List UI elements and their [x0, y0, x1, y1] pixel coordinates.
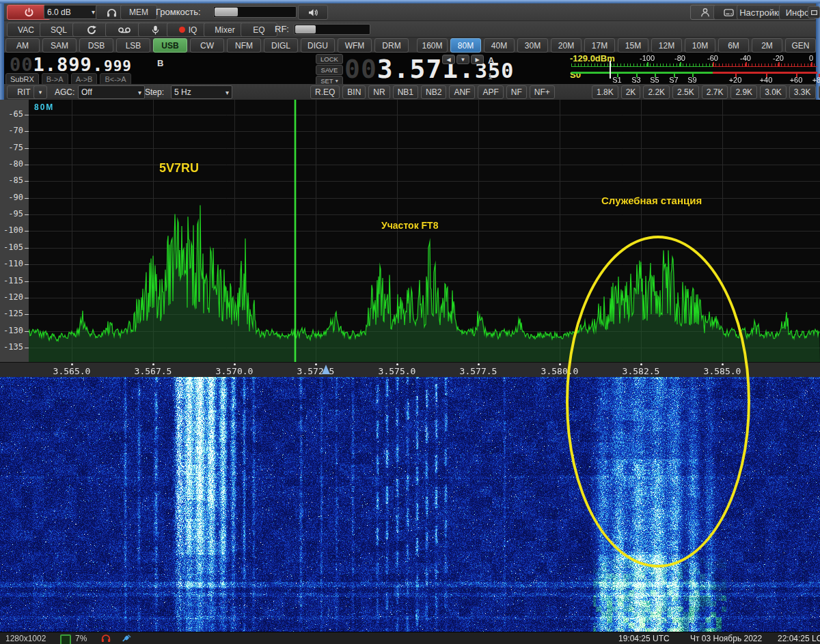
mode-button-digu[interactable]: DIGU: [301, 38, 335, 53]
band-button-6m[interactable]: 6M: [718, 38, 749, 53]
band-button-15m[interactable]: 15M: [618, 38, 648, 53]
settings-label: Настройки: [739, 8, 783, 18]
frequency-axis-dot: [152, 363, 154, 365]
chevron-down-icon: ▾: [86, 8, 95, 16]
filter-button-1-8k[interactable]: 1.8K: [592, 85, 618, 99]
band-button-80m[interactable]: 80M: [450, 38, 481, 53]
mode-button-lsb[interactable]: LSB: [116, 38, 150, 53]
filter-button-2k[interactable]: 2K: [621, 85, 641, 99]
headphones-icon: [107, 8, 117, 17]
filter-button-3-0k[interactable]: 3.0K: [760, 85, 787, 99]
a-b-swap-label: B<->A: [105, 75, 126, 83]
dsp-button-nb1[interactable]: NB1: [393, 85, 418, 99]
mode-button-usb[interactable]: USB: [153, 38, 187, 53]
db-scale-label: -105: [3, 242, 23, 252]
filter-button-3-3k[interactable]: 3.3K: [789, 85, 816, 99]
chevron-down-icon: ▾: [39, 89, 42, 96]
step-select[interactable]: 5 Hz▾: [171, 85, 232, 99]
dsp-button-anf[interactable]: ANF: [449, 85, 475, 99]
db-scale-label: -115: [3, 276, 23, 285]
lock-button[interactable]: LOCK: [316, 54, 343, 64]
waterfall-display[interactable]: [0, 377, 820, 632]
frequency-axis-label: 3.585.0: [704, 366, 741, 376]
vfo-a-label: A: [488, 55, 494, 66]
db-scale-label: -120: [3, 292, 23, 302]
filter-button-2-7k[interactable]: 2.7K: [702, 85, 728, 99]
band-button-12m[interactable]: 12M: [651, 38, 682, 53]
mode-button-wfm[interactable]: WFM: [338, 38, 372, 53]
arrow-left-icon: ◀: [446, 57, 450, 63]
step-right-button[interactable]: ▶: [471, 55, 484, 64]
dsp-button-nr[interactable]: NR: [368, 85, 390, 99]
tuning-marker-icon[interactable]: [322, 365, 330, 374]
dsp-button-nf-[interactable]: NF+: [530, 85, 555, 99]
rit-dropdown-button[interactable]: ▾: [33, 85, 47, 99]
frequency-axis-dot: [559, 363, 561, 365]
db-scale-label: -110: [3, 259, 23, 268]
mem-button[interactable]: MEM: [120, 5, 157, 20]
rf-slider[interactable]: [294, 24, 370, 35]
band-button-40m[interactable]: 40M: [484, 38, 515, 53]
eq-button[interactable]: EQ: [241, 23, 277, 37]
filter-button-2-2k[interactable]: 2.2K: [643, 85, 670, 99]
mode-button-drm[interactable]: DRM: [374, 38, 409, 53]
mode-button-sam[interactable]: SAM: [42, 38, 77, 53]
db-scale-label: -85: [8, 176, 23, 185]
circular-arrow-icon: [86, 25, 97, 35]
mode-button-am[interactable]: AM: [5, 38, 40, 53]
step-down-button[interactable]: ▼: [456, 55, 469, 64]
step-left-button[interactable]: ◀: [442, 55, 455, 64]
band-button-2m[interactable]: 2M: [752, 38, 782, 53]
resolution-label: 1280x1002: [5, 634, 46, 643]
mode-button-nfm[interactable]: NFM: [227, 38, 261, 53]
cpu-icon: [60, 634, 71, 644]
filter-button-2-5k[interactable]: 2.5K: [672, 85, 699, 99]
lock-label: LOCK: [320, 55, 338, 63]
speaker-button[interactable]: [298, 5, 328, 20]
speaker-icon: [308, 8, 318, 17]
iq-button[interactable]: IQ: [167, 23, 209, 37]
band-button-10m[interactable]: 10M: [685, 38, 715, 53]
dsp-button-nf[interactable]: NF: [506, 85, 527, 99]
volume-slider[interactable]: [213, 6, 297, 18]
status-bar: 1280x1002 7% 19:04:25 UTC Чт 03 Ноябрь 2…: [0, 632, 820, 644]
band-buttons: 160M80M40M30M20M17M15M12M10M6M2MGEN: [417, 38, 816, 53]
vfo-b-hz-digits: 999: [104, 58, 132, 74]
db-scale-label: -95: [8, 209, 23, 219]
filter-buttons: 1.8K2K2.2K2.5K2.7K2.9K3.0K3.3K3.5KUser: [592, 85, 820, 99]
gain-select[interactable]: 6.0 dB ▾: [44, 5, 98, 19]
window-collapse-button[interactable]: [808, 6, 820, 18]
vfo-b-display[interactable]: 001.899.999: [10, 54, 132, 75]
band-button-17m[interactable]: 17M: [584, 38, 615, 53]
b-to-a-label: B->A: [46, 75, 64, 83]
mode-button-cw[interactable]: CW: [190, 38, 224, 53]
microphone-icon: [152, 25, 159, 35]
agc-label: AGC:: [55, 87, 74, 97]
rf-slider-handle[interactable]: [295, 25, 316, 33]
frequency-axis[interactable]: 3.565.03.567.53.570.03.572.53.575.03.577…: [0, 362, 820, 378]
band-button-160m[interactable]: 160M: [417, 38, 448, 53]
save-button[interactable]: SAVE: [316, 65, 343, 75]
filter-button-2-9k[interactable]: 2.9K: [730, 85, 757, 99]
dsp-buttons: R.EQBINNRNB1NB2ANFAPFNFNF+: [310, 85, 555, 99]
dsp-button-r-eq[interactable]: R.EQ: [310, 85, 340, 99]
dsp-button-bin[interactable]: BIN: [342, 85, 366, 99]
vfo-b-digits: 1.899.: [33, 54, 105, 75]
spectrum-display[interactable]: [29, 100, 820, 362]
mode-button-digl[interactable]: DIGL: [264, 38, 298, 53]
cpu-usage-label: 7%: [75, 634, 87, 643]
dsp-button-nb2[interactable]: NB2: [421, 85, 446, 99]
volume-slider-handle[interactable]: [215, 8, 238, 16]
band-button-gen[interactable]: GEN: [785, 38, 816, 53]
gain-value: 6.0 dB: [47, 8, 71, 17]
agc-select[interactable]: Off▾: [78, 85, 145, 99]
dsp-button-apf[interactable]: APF: [478, 85, 503, 99]
vfo-b-leading-zeros: 00: [10, 54, 33, 75]
mode-button-dsb[interactable]: DSB: [79, 38, 113, 53]
mixer-button[interactable]: Mixer: [204, 23, 246, 37]
band-button-20m[interactable]: 20M: [551, 38, 582, 53]
band-button-30m[interactable]: 30M: [517, 38, 548, 53]
drive-icon: [724, 8, 734, 17]
local-time-label: 22:04:25 LOC: [778, 634, 820, 643]
vfo-a-leading-zeros: 00: [344, 54, 377, 84]
